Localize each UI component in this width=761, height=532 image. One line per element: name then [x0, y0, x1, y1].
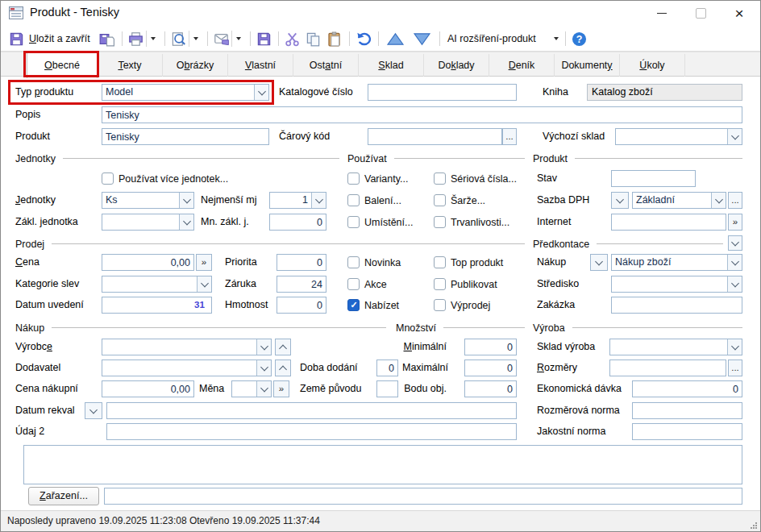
- vychozi-sklad-select[interactable]: [615, 128, 742, 145]
- zeme-puvodu-input[interactable]: [376, 380, 398, 397]
- tab-denik[interactable]: Deník: [489, 54, 555, 77]
- novinka-checkbox[interactable]: Novinka: [347, 254, 401, 271]
- umisteni-checkbox[interactable]: Umístění...: [347, 214, 413, 231]
- print-button[interactable]: [128, 31, 143, 47]
- chevron-down-icon[interactable]: [256, 339, 271, 355]
- stav-input[interactable]: [611, 170, 696, 187]
- typ-produktu-select[interactable]: Model: [102, 84, 269, 101]
- chevron-down-icon[interactable]: [727, 255, 742, 270]
- zakl-jednotka-select[interactable]: [102, 214, 194, 231]
- nabizet-checkbox[interactable]: Nabízet: [347, 297, 399, 314]
- vyprodej-checkbox[interactable]: Výprodej: [434, 297, 490, 314]
- akce-checkbox[interactable]: Akce: [347, 276, 387, 293]
- chevron-down-icon[interactable]: [727, 339, 742, 355]
- mn-zakl-j-input[interactable]: [269, 214, 326, 231]
- print-dropdown-button[interactable]: [146, 31, 159, 47]
- rozmery-input[interactable]: [609, 360, 726, 376]
- katalogove-cislo-input[interactable]: [368, 84, 517, 101]
- tab-vlastni[interactable]: Vlastní: [228, 54, 293, 77]
- tab-obrazky[interactable]: Obrázky: [163, 54, 228, 77]
- minimalni-input[interactable]: [464, 339, 517, 355]
- chevron-down-icon[interactable]: [311, 193, 326, 208]
- chevron-down-icon[interactable]: [179, 214, 193, 230]
- cena-input[interactable]: [102, 254, 194, 271]
- sklad-vyroba-select[interactable]: [609, 339, 742, 355]
- help-button[interactable]: ?: [572, 31, 587, 47]
- tab-dokumenty[interactable]: Dokumenty: [555, 54, 620, 77]
- chevron-down-icon[interactable]: [179, 193, 193, 208]
- move-up-button[interactable]: [385, 31, 405, 47]
- chevron-down-icon[interactable]: [256, 360, 271, 376]
- zarazeni-input[interactable]: [104, 488, 742, 505]
- nakup-predkontace-select[interactable]: Nákup zboží: [611, 254, 742, 271]
- carovy-kod-browse-button[interactable]: ...: [502, 128, 517, 145]
- vyrobce-open-button[interactable]: [275, 339, 291, 355]
- carovy-kod-input[interactable]: [368, 128, 502, 145]
- cena-nakupni-input[interactable]: [102, 380, 194, 397]
- undo-button[interactable]: [356, 31, 371, 47]
- vyrobce-select[interactable]: [102, 339, 272, 355]
- sazba-dph-arrow-button[interactable]: [611, 192, 629, 209]
- priorita-input[interactable]: [277, 254, 326, 271]
- tab-sklad[interactable]: Sklad: [359, 54, 424, 77]
- jakostni-norma-input[interactable]: [632, 423, 742, 440]
- datum-rekval-arrow-button[interactable]: [85, 402, 102, 419]
- close-button[interactable]: ×: [721, 1, 757, 25]
- popis-input[interactable]: [102, 106, 742, 123]
- trvanlivosti-checkbox[interactable]: Trvanlivosti...: [434, 214, 509, 231]
- save-and-close-button[interactable]: Uložit a zavřít: [9, 31, 90, 47]
- zaruka-input[interactable]: [277, 276, 326, 293]
- jednotky-select[interactable]: Ks: [102, 192, 194, 209]
- calendar-icon[interactable]: 31: [194, 297, 205, 314]
- udaj-2-input[interactable]: [106, 423, 517, 440]
- sazba-dph-browse-button[interactable]: ...: [728, 192, 742, 209]
- tab-ukoly[interactable]: Úkoly: [620, 54, 685, 77]
- internet-input[interactable]: [611, 214, 726, 231]
- kategorie-slev-select[interactable]: [102, 276, 212, 293]
- chevron-down-icon[interactable]: [711, 193, 726, 208]
- datum-rekval-input[interactable]: [106, 402, 517, 419]
- preview-dropdown-button[interactable]: [189, 31, 202, 47]
- tab-obecne[interactable]: Obecné: [27, 52, 98, 78]
- chevron-down-icon[interactable]: [254, 85, 268, 100]
- pouzivat-vice-jednotek-checkbox[interactable]: Používat více jednotek...: [102, 170, 228, 187]
- maximize-button[interactable]: [683, 1, 718, 25]
- chevron-down-icon[interactable]: [727, 129, 742, 144]
- nakup-arrow-button[interactable]: [590, 254, 608, 271]
- resize-grip[interactable]: [751, 522, 752, 524]
- internet-more-button[interactable]: »: [728, 214, 742, 231]
- zarazeni-button[interactable]: Zařazení...: [28, 487, 99, 505]
- dodavatel-select[interactable]: [102, 360, 272, 376]
- publikovat-checkbox[interactable]: Publikovat: [434, 276, 497, 293]
- cut-button[interactable]: [285, 31, 300, 47]
- predkontace-arrow-button[interactable]: [728, 235, 742, 251]
- top-produkt-checkbox[interactable]: Top produkt: [434, 254, 503, 271]
- hmotnost-input[interactable]: [277, 297, 326, 314]
- save-button[interactable]: [256, 31, 272, 47]
- zakazka-input[interactable]: [611, 297, 742, 314]
- tab-doklady[interactable]: Doklady: [424, 54, 489, 77]
- rozmery-browse-button[interactable]: ...: [728, 360, 742, 376]
- save-new-button[interactable]: [99, 31, 114, 47]
- tab-ostatni[interactable]: Ostatní: [293, 54, 359, 77]
- stredisko-select[interactable]: [611, 276, 742, 293]
- poznamka-textarea[interactable]: [23, 445, 742, 484]
- nejmensi-mj-select[interactable]: 1: [269, 192, 326, 209]
- mena-select[interactable]: [231, 380, 272, 397]
- sazba-dph-select[interactable]: Základní: [632, 192, 726, 209]
- chevron-down-icon[interactable]: [197, 276, 211, 292]
- mena-more-button[interactable]: »: [273, 380, 289, 397]
- doba-dodani-input[interactable]: [376, 360, 398, 376]
- preview-button[interactable]: [171, 31, 186, 47]
- ekonomicka-davka-input[interactable]: [632, 380, 742, 397]
- paste-button[interactable]: [326, 31, 342, 47]
- produkt-input[interactable]: [102, 128, 269, 145]
- send-button[interactable]: [214, 31, 229, 47]
- minimize-button[interactable]: [644, 1, 680, 25]
- copy-button[interactable]: [306, 31, 321, 47]
- baleni-checkbox[interactable]: Balení...: [347, 192, 401, 209]
- cena-more-button[interactable]: »: [196, 254, 212, 271]
- rozmerova-norma-input[interactable]: [632, 402, 742, 419]
- bodu-obj-input[interactable]: [464, 380, 517, 397]
- move-down-button[interactable]: [412, 31, 432, 47]
